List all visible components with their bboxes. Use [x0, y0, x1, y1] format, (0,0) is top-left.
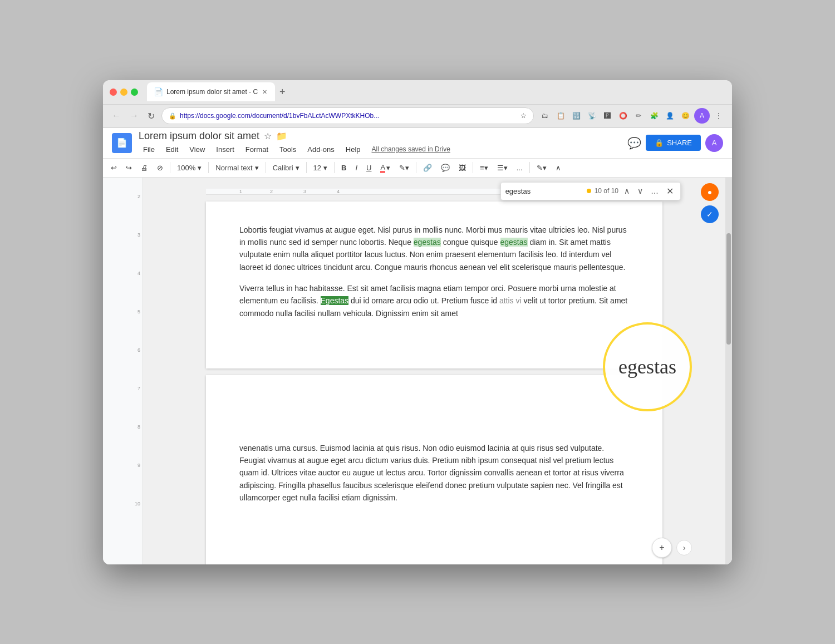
star-icon[interactable]: ☆ [264, 131, 272, 141]
find-input[interactable] [505, 187, 583, 195]
user-avatar[interactable]: A [705, 134, 723, 152]
traffic-lights [110, 89, 138, 96]
size-value: 12 [313, 164, 321, 172]
minimize-button[interactable] [120, 89, 127, 96]
menu-file[interactable]: File [139, 143, 159, 156]
menu-edit[interactable]: Edit [161, 143, 183, 156]
sidebar-blue-button[interactable]: ✓ [701, 205, 719, 223]
menu-format[interactable]: Format [241, 143, 273, 156]
print-button[interactable]: 🖨 [137, 161, 151, 174]
find-prev-button[interactable]: ∧ [622, 185, 632, 196]
ruler-3: 3 [303, 189, 306, 194]
document-page-2[interactable]: venenatis urna cursus. Euismod lacinia a… [206, 375, 662, 564]
insert-comment-button[interactable]: 💬 [438, 161, 453, 174]
page1-para2: Viverra tellus in hac habitasse. Est sit… [239, 282, 629, 319]
ruler-1: 1 [239, 189, 242, 194]
link-button[interactable]: 🔗 [420, 161, 435, 174]
ext-pen[interactable]: ✏ [632, 109, 645, 122]
style-chevron-icon: ▾ [255, 164, 259, 172]
expand-button[interactable]: › [676, 540, 692, 555]
ext-pocket[interactable]: 🗂 [538, 109, 552, 122]
lock-icon: 🔒 [169, 112, 176, 120]
sidebar-orange-button[interactable]: ● [701, 183, 719, 201]
docs-tab-icon: 📄 [154, 87, 163, 96]
scrollbar-thumb[interactable] [726, 233, 731, 345]
undo-button[interactable]: ↩ [107, 161, 120, 174]
find-close-button[interactable]: ✕ [664, 185, 676, 198]
pages-area[interactable]: 1 2 3 4 Lobortis feugiat vivamus at augu… [143, 178, 725, 564]
font-value: Calibri [273, 164, 293, 172]
bookmark-icon[interactable]: ☆ [520, 112, 527, 120]
align-button[interactable]: ≡▾ [477, 161, 492, 174]
collapse-button[interactable]: ∧ [552, 161, 564, 174]
ext-1[interactable]: 📋 [554, 109, 567, 122]
highlight-button[interactable]: ✎▾ [396, 161, 412, 174]
share-label: SHARE [667, 139, 692, 147]
ext-face[interactable]: 😊 [679, 109, 692, 122]
page2-para1: venenatis urna cursus. Euismod lacinia a… [239, 442, 629, 504]
divider-1 [170, 162, 170, 173]
ext-3[interactable]: 🅿 [601, 109, 614, 122]
font-color-button[interactable]: A▾ [377, 161, 394, 175]
zoom-value: 100% [177, 164, 195, 172]
formatting-toolbar: ↩ ↪ 🖨 ⊘ 100% ▾ Normal text ▾ Calibri ▾ 1… [103, 159, 732, 178]
find-next-button[interactable]: ∨ [635, 185, 645, 196]
back-button[interactable]: ← [110, 109, 123, 123]
active-tab[interactable]: 📄 Lorem ipsum dolor sit amet - C ✕ [147, 82, 275, 101]
title-bar: 📄 Lorem ipsum dolor sit amet - C ✕ + [103, 80, 732, 105]
tab-close-button[interactable]: ✕ [261, 87, 268, 97]
bold-button[interactable]: B [338, 161, 350, 174]
ext-circle[interactable]: ⭕ [616, 109, 630, 122]
zoom-dropdown[interactable]: 100% ▾ [174, 162, 205, 174]
extension-icons: 🗂 📋 🔢 📡 🅿 ⭕ ✏ 🧩 👤 😊 A ⋮ [538, 108, 725, 124]
menu-view[interactable]: View [185, 143, 209, 156]
ext-person[interactable]: 👤 [663, 109, 676, 122]
ruler-mark-2: 2 [137, 194, 140, 199]
ext-puzzle[interactable]: 🧩 [647, 109, 661, 122]
maximize-button[interactable] [131, 89, 138, 96]
paint-format-button[interactable]: ⊘ [154, 161, 166, 174]
comments-button[interactable]: 💬 [627, 136, 641, 150]
address-field[interactable]: 🔒 https://docs.google.com/document/d/1bv… [161, 107, 534, 124]
document-body: 2 3 4 5 6 7 8 9 10 1 2 3 4 Lobortis feug… [103, 178, 732, 564]
underline-button[interactable]: U [363, 161, 375, 174]
scrollbar[interactable] [725, 178, 732, 564]
saved-status: All changes saved in Drive [372, 145, 450, 153]
smart-canvas-button[interactable]: ✎▾ [533, 161, 550, 174]
menu-addons[interactable]: Add-ons [303, 143, 338, 156]
font-dropdown[interactable]: Calibri ▾ [269, 162, 303, 174]
ext-cast[interactable]: 📡 [585, 109, 598, 122]
new-tab-button[interactable]: + [277, 86, 288, 98]
italic-button[interactable]: I [352, 161, 361, 174]
forward-button[interactable]: → [127, 109, 141, 123]
reload-button[interactable]: ↻ [145, 109, 157, 124]
find-more-button[interactable]: … [649, 185, 661, 196]
close-button[interactable] [110, 89, 117, 96]
size-dropdown[interactable]: 12 ▾ [310, 162, 331, 174]
menu-tools[interactable]: Tools [275, 143, 301, 156]
folder-icon[interactable]: 📁 [276, 131, 287, 141]
docs-logo-icon: 📄 [116, 137, 127, 148]
profile-avatar[interactable]: A [694, 108, 710, 124]
font-chevron-icon: ▾ [296, 164, 299, 172]
ruler-mark-10: 10 [135, 502, 140, 507]
find-dot-indicator [587, 189, 591, 193]
menu-help[interactable]: Help [341, 143, 365, 156]
address-bar: ← → ↻ 🔒 https://docs.google.com/document… [103, 105, 732, 128]
line-spacing-button[interactable]: ☰▾ [494, 161, 511, 174]
share-button[interactable]: 🔒 SHARE [646, 135, 701, 151]
document-title[interactable]: Lorem ipsum dolor sit amet [139, 130, 259, 142]
redo-button[interactable]: ↪ [122, 161, 135, 174]
sidebar-icons: ● ✓ [699, 178, 721, 564]
tab-bar: 📄 Lorem ipsum dolor sit amet - C ✕ + [147, 82, 725, 101]
ruler-mark-3: 3 [137, 233, 140, 238]
image-button[interactable]: 🖼 [455, 161, 469, 174]
menu-insert[interactable]: Insert [212, 143, 239, 156]
ruler-mark-9: 9 [137, 463, 140, 468]
more-options-icon[interactable]: ⋮ [712, 109, 725, 122]
document-page-1[interactable]: Lobortis feugiat vivamus at augue eget. … [206, 201, 662, 368]
ext-2[interactable]: 🔢 [569, 109, 583, 122]
style-dropdown[interactable]: Normal text ▾ [212, 162, 262, 174]
more-button[interactable]: ... [513, 161, 526, 174]
add-page-button[interactable]: + [652, 538, 672, 558]
